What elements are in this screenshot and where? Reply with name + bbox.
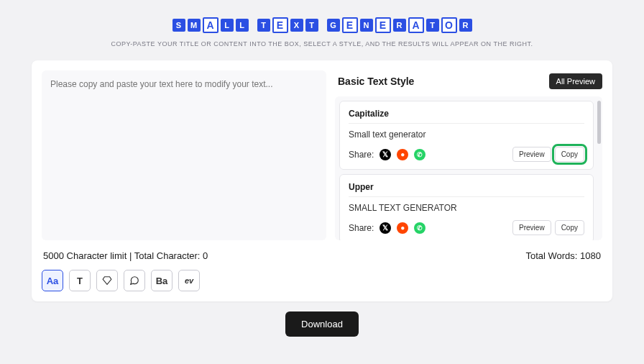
main-panel: Basic Text Style All Preview Capitalize … <box>32 60 612 301</box>
style-card-capitalize: Capitalize Small text generator Share: 𝕏… <box>339 101 594 170</box>
word-count-text: Total Words: 1080 <box>525 250 601 261</box>
x-icon[interactable]: 𝕏 <box>380 149 391 160</box>
style-name: Upper <box>349 182 584 197</box>
preview-button[interactable]: Preview <box>512 220 551 235</box>
tool-diamond-icon[interactable] <box>96 270 118 291</box>
download-button[interactable]: Download <box>285 311 359 337</box>
scrollbar[interactable] <box>597 101 601 144</box>
whatsapp-icon[interactable]: ✆ <box>414 149 426 160</box>
style-name: Capitalize <box>349 109 584 124</box>
share-label: Share: <box>349 150 374 160</box>
style-card-upper: Upper SMALL TEXT GENERATOR Share: 𝕏 ● ✆ … <box>339 174 594 240</box>
reddit-icon[interactable]: ● <box>397 149 408 160</box>
tool-bold[interactable]: Ba <box>151 270 172 291</box>
whatsapp-icon[interactable]: ✆ <box>414 222 426 234</box>
app-logo: SMALL TEXT GENERATOR <box>172 17 472 33</box>
style-result: Small text generator <box>349 129 584 140</box>
copy-button[interactable]: Copy <box>555 147 584 162</box>
reddit-icon[interactable]: ● <box>397 222 408 234</box>
tool-font[interactable]: T <box>69 270 91 291</box>
output-title: Basic Text Style <box>338 76 414 87</box>
tool-effect[interactable]: ev <box>178 270 200 291</box>
tagline: COPY-PASTE YOUR TITLE OR CONTENT INTO TH… <box>0 40 644 47</box>
share-label: Share: <box>349 223 374 233</box>
tool-basic[interactable]: Aa <box>42 270 63 291</box>
char-limit-text: 5000 Character limit | Total Character: … <box>43 250 208 261</box>
style-result: SMALL TEXT GENERATOR <box>349 203 584 213</box>
styles-list: Capitalize Small text generator Share: 𝕏… <box>335 96 602 240</box>
x-icon[interactable]: 𝕏 <box>380 222 391 234</box>
text-input[interactable] <box>42 70 326 240</box>
preview-button[interactable]: Preview <box>512 147 551 162</box>
tool-chat-icon[interactable] <box>124 270 145 291</box>
copy-button[interactable]: Copy <box>555 220 584 235</box>
all-preview-button[interactable]: All Preview <box>549 73 602 89</box>
style-toolbar: Aa T Ba ev <box>42 270 602 291</box>
